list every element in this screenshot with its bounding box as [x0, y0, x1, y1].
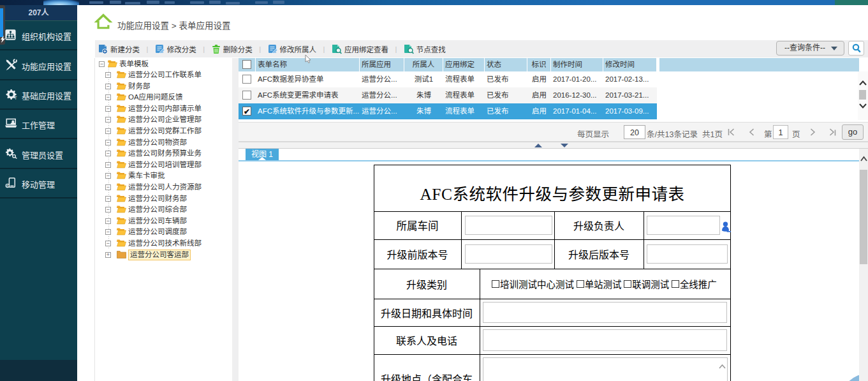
svg-text:4: 4 — [6, 184, 8, 188]
svg-text:T: T — [14, 95, 17, 100]
